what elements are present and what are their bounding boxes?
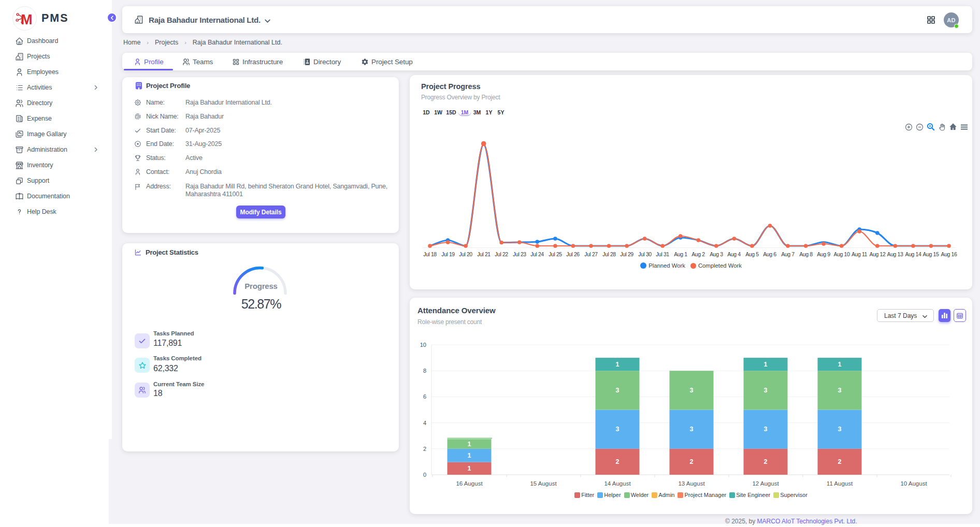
svg-text:M: M [21,12,32,27]
